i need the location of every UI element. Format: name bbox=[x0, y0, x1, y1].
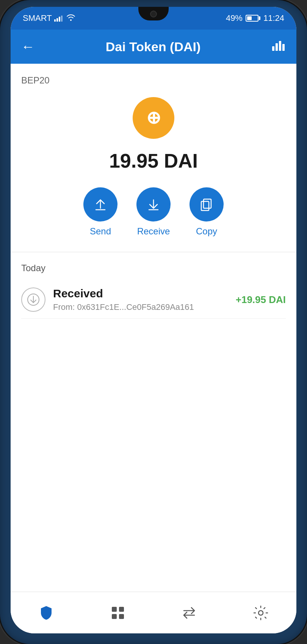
svg-rect-10 bbox=[201, 201, 209, 210]
tx-type: Received bbox=[53, 287, 228, 300]
tx-amount: +19.95 DAI bbox=[236, 294, 286, 306]
battery-percent: 49% bbox=[226, 13, 243, 23]
battery-icon bbox=[246, 15, 260, 22]
nav-settings[interactable] bbox=[245, 601, 277, 625]
camera bbox=[150, 11, 157, 17]
tx-details: Received From: 0x631Fc1E...Ce0F5a269Aa16… bbox=[53, 287, 228, 312]
svg-rect-0 bbox=[272, 46, 274, 51]
carrier-label: SMART bbox=[23, 13, 52, 23]
send-action[interactable]: Send bbox=[83, 187, 117, 237]
nav-swap[interactable] bbox=[173, 601, 205, 625]
svg-rect-3 bbox=[282, 44, 285, 51]
dai-logo: ⊕ bbox=[133, 97, 174, 139]
date-label: Today bbox=[21, 263, 286, 273]
copy-action[interactable]: Copy bbox=[190, 187, 224, 237]
phone-screen: SMART 49% bbox=[11, 7, 296, 633]
notch bbox=[138, 7, 169, 20]
nav-wallet[interactable] bbox=[102, 601, 134, 625]
svg-text:⊕: ⊕ bbox=[146, 108, 161, 127]
svg-rect-14 bbox=[119, 607, 124, 612]
tx-from: From: 0x631Fc1E...Ce0F5a269Aa161 bbox=[53, 302, 228, 312]
dai-symbol-icon: ⊕ bbox=[140, 105, 167, 131]
app-header: ← Dai Token (DAI) bbox=[11, 30, 296, 64]
chart-icon[interactable] bbox=[271, 39, 286, 55]
svg-point-19 bbox=[258, 611, 263, 615]
nav-security[interactable] bbox=[30, 601, 62, 625]
bottom-nav bbox=[11, 592, 296, 633]
svg-rect-2 bbox=[279, 41, 281, 51]
table-row[interactable]: Received From: 0x631Fc1E...Ce0F5a269Aa16… bbox=[21, 281, 286, 319]
signal-icon bbox=[54, 15, 63, 22]
time-label: 11:24 bbox=[263, 13, 284, 23]
send-button-circle[interactable] bbox=[83, 187, 117, 221]
page-title: Dai Token (DAI) bbox=[106, 39, 201, 54]
copy-label: Copy bbox=[196, 226, 217, 237]
svg-rect-13 bbox=[112, 607, 117, 612]
svg-rect-1 bbox=[276, 43, 278, 51]
receive-action[interactable]: Receive bbox=[136, 187, 171, 237]
transactions-section: Today Received From: 0x631Fc1E...Ce0F5a2… bbox=[11, 252, 296, 592]
svg-rect-16 bbox=[119, 614, 124, 619]
status-right: 49% 11:24 bbox=[226, 13, 284, 23]
svg-rect-9 bbox=[204, 199, 211, 208]
action-buttons: Send Receive bbox=[83, 187, 224, 237]
phone-shell: SMART 49% bbox=[0, 0, 307, 644]
token-section: BEP20 ⊕ 19.95 DAI bbox=[11, 64, 296, 252]
receive-label: Receive bbox=[137, 226, 170, 237]
svg-rect-15 bbox=[112, 614, 117, 619]
back-button[interactable]: ← bbox=[21, 40, 35, 53]
status-left: SMART bbox=[23, 13, 75, 23]
token-type: BEP20 bbox=[21, 75, 50, 86]
receive-button-circle[interactable] bbox=[136, 187, 171, 221]
receive-tx-icon bbox=[21, 287, 45, 312]
wifi-icon bbox=[66, 14, 75, 23]
send-label: Send bbox=[90, 226, 111, 237]
copy-button-circle[interactable] bbox=[190, 187, 224, 221]
balance-display: 19.95 DAI bbox=[109, 149, 198, 172]
status-bar: SMART 49% bbox=[11, 7, 296, 30]
main-content: BEP20 ⊕ 19.95 DAI bbox=[11, 64, 296, 592]
